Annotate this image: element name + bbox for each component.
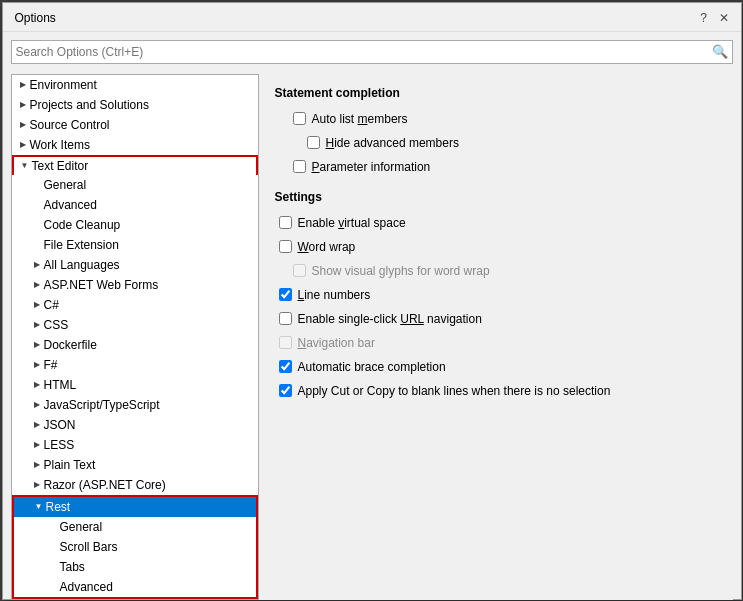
tree-label: Source Control <box>30 118 258 132</box>
checkbox-url-nav: Enable single-click URL navigation <box>275 308 717 330</box>
tree-label: LESS <box>44 438 258 452</box>
virtual-space-checkbox[interactable] <box>279 216 292 229</box>
brace-completion-label: Automatic brace completion <box>298 360 446 374</box>
tree-item-work-items[interactable]: Work Items <box>12 135 258 155</box>
tree-arrow <box>30 378 44 392</box>
tree-label: Dockerfile <box>44 338 258 352</box>
settings-section: Settings Enable virtual space Word wrap … <box>275 190 717 402</box>
tree-label: Plain Text <box>44 458 258 472</box>
tree-item-razor[interactable]: Razor (ASP.NET Core) <box>12 475 258 495</box>
tree-item-general[interactable]: General <box>12 175 258 195</box>
tree-item-text-editor[interactable]: Text Editor <box>12 155 258 175</box>
tree-arrow <box>16 98 30 112</box>
visual-glyphs-checkbox[interactable] <box>293 264 306 277</box>
tree-arrow <box>30 438 44 452</box>
checkbox-hide-advanced: Hide advanced members <box>275 132 717 154</box>
tree-label: Razor (ASP.NET Core) <box>44 478 258 492</box>
tree-label: Environment <box>30 78 258 92</box>
tree-item-rest-scrollbars[interactable]: Scroll Bars <box>14 537 256 557</box>
tree-label: Projects and Solutions <box>30 98 258 112</box>
checkbox-virtual-space: Enable virtual space <box>275 212 717 234</box>
main-content: Environment Projects and Solutions Sourc… <box>11 74 733 600</box>
tree-item-html[interactable]: HTML <box>12 375 258 395</box>
tree-label: Scroll Bars <box>60 540 256 554</box>
hide-advanced-checkbox[interactable] <box>307 136 320 149</box>
search-input[interactable] <box>16 45 712 59</box>
tree-label: Tabs <box>60 560 256 574</box>
title-bar-buttons: ? ✕ <box>695 9 733 27</box>
tree-label: JavaScript/TypeScript <box>44 398 258 412</box>
tree-item-projects[interactable]: Projects and Solutions <box>12 95 258 115</box>
tree-label: JSON <box>44 418 258 432</box>
tree-item-json[interactable]: JSON <box>12 415 258 435</box>
tree-item-code-cleanup[interactable]: Code Cleanup <box>12 215 258 235</box>
tree-item-all-languages[interactable]: All Languages <box>12 255 258 275</box>
line-numbers-checkbox[interactable] <box>279 288 292 301</box>
cut-copy-checkbox[interactable] <box>279 384 292 397</box>
tree-item-rest-tabs[interactable]: Tabs <box>14 557 256 577</box>
nav-bar-checkbox[interactable] <box>279 336 292 349</box>
checkbox-visual-glyphs: Show visual glyphs for word wrap <box>275 260 717 282</box>
tree-arrow <box>16 138 30 152</box>
statement-completion-title: Statement completion <box>275 86 717 100</box>
checkbox-param-info: Parameter information <box>275 156 717 178</box>
tree-arrow <box>30 298 44 312</box>
tree-item-rest[interactable]: Rest <box>14 497 256 517</box>
tree-item-advanced[interactable]: Advanced <box>12 195 258 215</box>
tree-item-aspnet[interactable]: ASP.NET Web Forms <box>12 275 258 295</box>
tree-label: All Languages <box>44 258 258 272</box>
tree-arrow <box>30 258 44 272</box>
tree-panel: Environment Projects and Solutions Sourc… <box>11 74 259 600</box>
tree-label: CSS <box>44 318 258 332</box>
word-wrap-checkbox[interactable] <box>279 240 292 253</box>
title-bar: Options ? ✕ <box>3 3 741 32</box>
options-dialog: Options ? ✕ 🔍 Environment Projects and S… <box>2 2 742 600</box>
tree-arrow <box>30 418 44 432</box>
tree-label: Code Cleanup <box>44 218 258 232</box>
checkbox-nav-bar: Navigation bar <box>275 332 717 354</box>
checkbox-cut-copy: Apply Cut or Copy to blank lines when th… <box>275 380 717 402</box>
dialog-body: 🔍 Environment Projects and Solutions Sou… <box>3 32 741 602</box>
tree-item-dockerfile[interactable]: Dockerfile <box>12 335 258 355</box>
tree-item-file-extension[interactable]: File Extension <box>12 235 258 255</box>
tree-item-environment[interactable]: Environment <box>12 75 258 95</box>
tree-item-fsharp[interactable]: F# <box>12 355 258 375</box>
tree-item-less[interactable]: LESS <box>12 435 258 455</box>
help-button[interactable]: ? <box>695 9 713 27</box>
auto-list-label: Auto list members <box>312 112 408 126</box>
line-numbers-label: Line numbers <box>298 288 371 302</box>
brace-completion-checkbox[interactable] <box>279 360 292 373</box>
close-button[interactable]: ✕ <box>715 9 733 27</box>
tree-arrow <box>30 338 44 352</box>
tree-arrow <box>30 358 44 372</box>
tree-arrow <box>30 318 44 332</box>
tree-label: Advanced <box>44 198 258 212</box>
url-nav-label: Enable single-click URL navigation <box>298 312 482 326</box>
tree-arrow <box>16 118 30 132</box>
tree-label: Text Editor <box>32 159 256 173</box>
dialog-title: Options <box>15 11 56 25</box>
rest-group: Rest General Scroll Bars Tabs Advanced <box>12 495 258 599</box>
auto-list-checkbox[interactable] <box>293 112 306 125</box>
tree-item-javascript[interactable]: JavaScript/TypeScript <box>12 395 258 415</box>
tree-item-csharp[interactable]: C# <box>12 295 258 315</box>
tree-label: ASP.NET Web Forms <box>44 278 258 292</box>
url-nav-checkbox[interactable] <box>279 312 292 325</box>
tree-label: C# <box>44 298 258 312</box>
visual-glyphs-label: Show visual glyphs for word wrap <box>312 264 490 278</box>
settings-title: Settings <box>275 190 717 204</box>
virtual-space-label: Enable virtual space <box>298 216 406 230</box>
tree-item-css[interactable]: CSS <box>12 315 258 335</box>
tree-label: HTML <box>44 378 258 392</box>
tree-item-plain-text[interactable]: Plain Text <box>12 455 258 475</box>
nav-bar-label: Navigation bar <box>298 336 375 350</box>
tree-item-rest-advanced[interactable]: Advanced <box>14 577 256 597</box>
param-info-checkbox[interactable] <box>293 160 306 173</box>
checkbox-brace-completion: Automatic brace completion <box>275 356 717 378</box>
search-icon: 🔍 <box>712 44 728 59</box>
tree-item-source-control[interactable]: Source Control <box>12 115 258 135</box>
tree-label: Work Items <box>30 138 258 152</box>
tree-item-rest-general[interactable]: General <box>14 517 256 537</box>
tree-arrow <box>30 278 44 292</box>
word-wrap-label: Word wrap <box>298 240 356 254</box>
